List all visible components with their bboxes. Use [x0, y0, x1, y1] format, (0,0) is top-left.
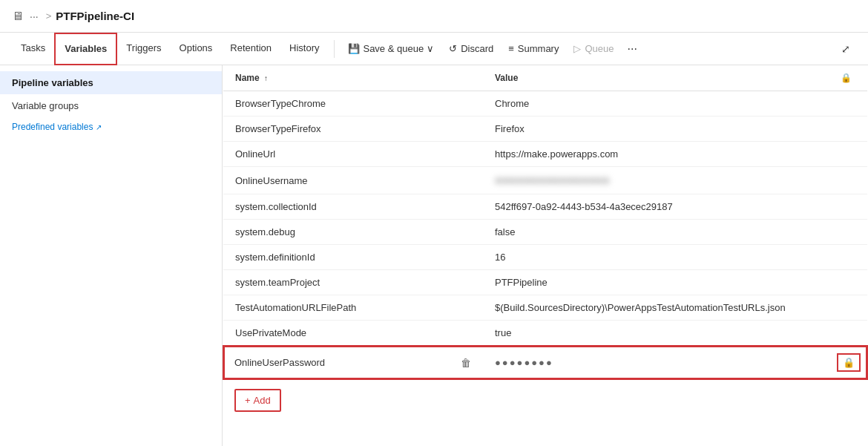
variable-name: system.definitionId [235, 252, 471, 263]
table-row: OnlineUserPassword🗑●●●●●●●●🔒 [223, 346, 867, 379]
variable-name: UsePrivateMode [235, 327, 471, 338]
table-row: BrowserTypeFirefoxFirefox [223, 117, 867, 142]
variable-value-cell: Firefox [483, 117, 825, 142]
nav-bar: Tasks Variables Triggers Options Retenti… [0, 33, 868, 65]
variable-value-cell: PTFPipeline [483, 270, 825, 295]
variable-lock-cell [825, 142, 867, 167]
table-row: system.definitionId16 [223, 245, 867, 270]
variable-value-cell: false [483, 220, 825, 245]
sort-arrow[interactable]: ↑ [264, 74, 268, 82]
summary-label: Summary [518, 43, 559, 54]
variable-value: PTFPipeline [495, 277, 548, 288]
variable-lock-cell: 🔒 [825, 346, 867, 379]
variable-name: TestAutomationURLFilePath [235, 302, 471, 313]
sidebar-item-variable-groups[interactable]: Variable groups [0, 94, 222, 117]
variable-name: system.teamProject [235, 277, 471, 288]
variable-value: 16 [495, 252, 505, 263]
variable-name: OnlineUserPassword [234, 357, 455, 368]
variable-lock-cell [825, 194, 867, 220]
expand-button[interactable]: ⤢ [835, 40, 856, 58]
add-label: Add [254, 395, 271, 406]
content-area: Name ↑ Value 🔒 BrowserTypeChromeChromeBr… [223, 65, 868, 446]
variable-lock-cell [825, 245, 867, 270]
variable-value-cell: 542ff697-0a92-4443-b534-4a3ecec29187 [483, 194, 825, 220]
variable-value-cell: $(Build.SourcesDirectory)\PowerAppsTestA… [483, 295, 825, 321]
variable-name: BrowserTypeChrome [235, 98, 471, 109]
variable-name-cell: system.definitionId [223, 245, 483, 270]
variable-name: system.collectionId [235, 201, 471, 212]
variable-value: false [495, 226, 515, 237]
save-queue-label: Save & queue [363, 43, 424, 54]
queue-button[interactable]: ▷ Queue [566, 39, 621, 59]
tab-tasks[interactable]: Tasks [12, 33, 54, 65]
nav-divider [334, 40, 335, 58]
variable-lock-cell [825, 220, 867, 245]
table-row: OnlineUsername●●●●●●●●●●●●●●●● [223, 167, 867, 194]
lock-column-header: 🔒 [825, 65, 867, 91]
tab-retention[interactable]: Retention [221, 33, 280, 65]
variable-value: ●●●●●●●● [495, 357, 553, 368]
variable-name-cell: UsePrivateMode [223, 321, 483, 347]
summary-button[interactable]: ≡ Summary [501, 39, 566, 59]
pipeline-title: PTFPipeline-CI [56, 10, 134, 22]
variable-value: true [495, 327, 511, 338]
save-dropdown-arrow: ∨ [427, 43, 434, 54]
variable-name: OnlineUrl [235, 148, 471, 160]
variable-value: ●●●●●●●●●●●●●●●● [495, 174, 610, 186]
variable-lock-cell [825, 321, 867, 347]
sidebar: Pipeline variables Variable groups Prede… [0, 65, 223, 446]
variable-name-cell: TestAutomationURLFilePath [223, 295, 483, 321]
variable-name-cell: system.teamProject [223, 270, 483, 295]
table-row: system.debugfalse [223, 220, 867, 245]
predefined-variables-link[interactable]: Predefined variables ↗ [0, 117, 222, 137]
variable-value-cell: 16 [483, 245, 825, 270]
variable-name-cell: BrowserTypeChrome [223, 91, 483, 117]
tab-variables[interactable]: Variables [54, 33, 117, 65]
table-row: UsePrivateModetrue [223, 321, 867, 347]
delete-variable-icon[interactable]: 🗑 [461, 357, 471, 369]
variable-lock-cell [825, 91, 867, 117]
variables-table: Name ↑ Value 🔒 BrowserTypeChromeChromeBr… [223, 65, 868, 380]
breadcrumb-separator: > [46, 10, 52, 22]
save-icon: 💾 [348, 43, 360, 54]
tab-history[interactable]: History [280, 33, 328, 65]
queue-label: Queue [585, 43, 614, 54]
variable-name-cell: system.collectionId [223, 194, 483, 220]
sidebar-item-pipeline-variables[interactable]: Pipeline variables [0, 71, 222, 94]
variable-value-cell: true [483, 321, 825, 347]
add-variable-button[interactable]: + Add [234, 389, 281, 412]
table-row: TestAutomationURLFilePath$(Build.Sources… [223, 295, 867, 321]
variable-value: $(Build.SourcesDirectory)\PowerAppsTestA… [495, 302, 786, 313]
table-row: BrowserTypeChromeChrome [223, 91, 867, 117]
predefined-variables-label: Predefined variables [12, 122, 93, 132]
variable-lock-cell [825, 270, 867, 295]
lock-icon[interactable]: 🔒 [837, 353, 861, 372]
table-row: system.collectionId542ff697-0a92-4443-b5… [223, 194, 867, 220]
variable-value: 542ff697-0a92-4443-b534-4a3ecec29187 [495, 201, 673, 212]
variable-name-cell: OnlineUserPassword🗑 [223, 346, 483, 379]
variable-lock-cell [825, 167, 867, 194]
more-options-button[interactable]: ··· [622, 38, 643, 60]
name-column-header: Name ↑ [223, 65, 483, 91]
variable-name: BrowserTypeFirefox [235, 123, 471, 134]
variable-name: OnlineUsername [235, 175, 471, 186]
variable-value-cell: https://make.powerapps.com [483, 142, 825, 167]
table-row: OnlineUrlhttps://make.powerapps.com [223, 142, 867, 167]
top-dots-menu[interactable]: ··· [30, 10, 39, 22]
variable-name: system.debug [235, 226, 471, 237]
tab-triggers[interactable]: Triggers [117, 33, 170, 65]
top-bar: 🖥 ··· > PTFPipeline-CI [0, 0, 868, 33]
app-icon: 🖥 [12, 10, 24, 23]
discard-button[interactable]: ↺ Discard [441, 39, 501, 59]
save-queue-button[interactable]: 💾 Save & queue ∨ [341, 39, 441, 59]
tab-options[interactable]: Options [171, 33, 222, 65]
variable-name-cell: OnlineUsername [223, 167, 483, 194]
external-link-icon: ↗ [96, 123, 102, 131]
value-column-header: Value [483, 65, 825, 91]
add-button-row: + Add [223, 380, 868, 421]
variable-lock-cell [825, 117, 867, 142]
variable-name-cell: OnlineUrl [223, 142, 483, 167]
summary-icon: ≡ [508, 43, 514, 54]
variable-value: Firefox [495, 123, 525, 134]
variable-value: Chrome [495, 98, 529, 109]
